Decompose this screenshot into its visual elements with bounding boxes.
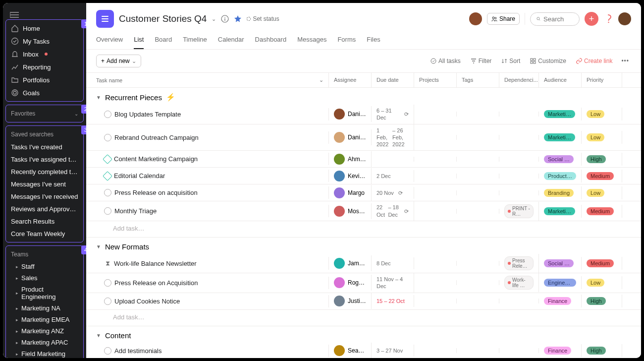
audience-cell[interactable]: Product… bbox=[539, 170, 582, 182]
projects-cell[interactable] bbox=[414, 348, 457, 353]
team-item[interactable]: Marketing EMEA bbox=[6, 314, 83, 325]
projects-cell[interactable] bbox=[414, 299, 457, 303]
task-row[interactable]: ⧗Work-life Balance NewsletterJamie Stap…… bbox=[86, 254, 641, 273]
global-add-button[interactable]: + bbox=[585, 12, 598, 26]
add-task-button[interactable]: Add task… bbox=[86, 310, 641, 326]
task-name-cell[interactable]: Monthly Triage bbox=[86, 205, 329, 217]
col-audience[interactable]: Audience bbox=[539, 73, 582, 87]
team-item[interactable]: Marketing NA bbox=[6, 302, 83, 314]
priority-cell[interactable]: Low bbox=[582, 108, 622, 120]
dependency-pill[interactable]: Press Rele… bbox=[504, 256, 534, 270]
dependencies-cell[interactable]: Work-life … bbox=[499, 273, 539, 292]
task-row[interactable]: Content Marketing CampaignAhmet AslanSoc… bbox=[86, 151, 641, 168]
due-date-cell[interactable]: 6 – 31 Dec⟳ bbox=[372, 105, 414, 124]
task-row[interactable]: Blog Updates TemplateDaniela Var…6 – 31 … bbox=[86, 105, 641, 124]
saved-search-item[interactable]: Tasks I've created bbox=[6, 141, 83, 153]
projects-cell[interactable] bbox=[414, 135, 457, 140]
saved-search-item[interactable]: Recently completed tasks bbox=[6, 166, 83, 178]
dependencies-cell[interactable] bbox=[499, 299, 539, 303]
nav-item-my-tasks[interactable]: My Tasks bbox=[6, 35, 83, 48]
create-link-button[interactable]: Create link bbox=[573, 56, 615, 66]
priority-cell[interactable]: Medium bbox=[582, 170, 622, 182]
due-date-cell[interactable]: 2 Dec bbox=[372, 170, 414, 182]
priority-cell[interactable]: Medium bbox=[582, 257, 622, 270]
dependencies-cell[interactable]: PRINT - R… bbox=[499, 202, 539, 221]
star-icon[interactable] bbox=[234, 15, 242, 23]
tags-cell[interactable] bbox=[457, 190, 499, 195]
tab-messages[interactable]: Messages bbox=[297, 33, 326, 49]
task-name-cell[interactable]: Blog Updates Template bbox=[86, 108, 329, 120]
task-row[interactable]: Press Release on acquisitionMargo20 Nov⟳… bbox=[86, 184, 641, 201]
due-date-cell[interactable]: 15 – 22 Oct bbox=[372, 295, 414, 307]
priority-cell[interactable]: Low bbox=[582, 186, 622, 199]
task-name-cell[interactable]: Rebrand Outreach Campaign bbox=[86, 131, 329, 144]
tab-timeline[interactable]: Timeline bbox=[183, 33, 207, 49]
tab-list[interactable]: List bbox=[134, 33, 144, 49]
dependencies-cell[interactable] bbox=[499, 112, 539, 117]
assignee-cell[interactable]: Sean Dem… bbox=[329, 343, 372, 358]
team-item[interactable]: Product Engineering bbox=[6, 284, 83, 302]
saved-search-item[interactable]: Messages I've received bbox=[6, 190, 83, 203]
tab-files[interactable]: Files bbox=[367, 33, 380, 49]
task-row[interactable]: Add testimonialsSean Dem…3 – 27 NovFinan… bbox=[86, 343, 641, 358]
priority-cell[interactable]: High bbox=[582, 153, 622, 166]
user-avatar[interactable] bbox=[618, 12, 631, 25]
help-icon[interactable] bbox=[603, 14, 613, 24]
team-item[interactable]: Marketing ANZ bbox=[6, 325, 83, 337]
audience-cell[interactable]: Finance bbox=[539, 344, 582, 357]
audience-cell[interactable]: Marketi… bbox=[539, 205, 582, 218]
add-task-button[interactable]: Add task… bbox=[86, 221, 641, 238]
col-task-name[interactable]: Task name⌄ bbox=[86, 73, 329, 87]
task-row[interactable]: Upload Cookies NoticeJustin Dean15 – 22 … bbox=[86, 293, 641, 310]
saved-search-item[interactable]: Core Team Weekly bbox=[6, 228, 83, 240]
task-row[interactable]: Editorial CalendarKevin New…2 DecProduct… bbox=[86, 168, 641, 184]
saved-search-item[interactable]: Tasks I've assigned to others bbox=[6, 153, 83, 166]
audience-cell[interactable]: Enginee… bbox=[539, 276, 582, 289]
complete-checkbox[interactable] bbox=[104, 189, 111, 196]
complete-checkbox[interactable] bbox=[103, 154, 112, 164]
col-priority[interactable]: Priority bbox=[582, 73, 622, 87]
tags-cell[interactable] bbox=[457, 261, 499, 266]
task-table[interactable]: Task name⌄ Assignee Due date Projects Ta… bbox=[86, 73, 641, 358]
dependencies-cell[interactable] bbox=[499, 190, 539, 195]
due-date-cell[interactable]: 3 – 27 Nov bbox=[372, 345, 414, 357]
task-row[interactable]: Rebrand Outreach CampaignDaniela Var…1 F… bbox=[86, 124, 641, 151]
tab-calendar[interactable]: Calendar bbox=[218, 33, 244, 49]
section-header[interactable]: ▼New Formats bbox=[86, 238, 641, 254]
assignee-cell[interactable]: Daniela Var… bbox=[329, 129, 372, 145]
projects-cell[interactable] bbox=[414, 261, 457, 266]
due-date-cell[interactable] bbox=[372, 157, 414, 162]
audience-cell[interactable]: Branding bbox=[539, 186, 582, 199]
audience-cell[interactable]: Finance bbox=[539, 295, 582, 307]
task-name-cell[interactable]: Editorial Calendar bbox=[86, 170, 329, 182]
share-button[interactable]: Share bbox=[487, 13, 520, 25]
saved-searches-header[interactable]: Saved searches bbox=[6, 128, 83, 141]
section-header[interactable]: ▼Content bbox=[86, 326, 641, 343]
favorites-header[interactable]: Favorites ⌄ bbox=[6, 107, 83, 120]
due-date-cell[interactable]: 11 Nov – 4 Dec bbox=[372, 273, 414, 293]
complete-checkbox[interactable] bbox=[103, 171, 112, 181]
task-row[interactable]: Press Release on AcquisitionRoger Ray…11… bbox=[86, 273, 641, 293]
saved-search-item[interactable]: Reviews and Approvals … bbox=[6, 203, 83, 215]
audience-cell[interactable]: Social … bbox=[539, 153, 582, 166]
priority-cell[interactable]: High bbox=[582, 295, 622, 307]
tab-forms[interactable]: Forms bbox=[337, 33, 356, 49]
nav-item-portfolios[interactable]: Portfolios bbox=[6, 73, 83, 86]
col-dependencies[interactable]: Dependenci... bbox=[499, 73, 539, 87]
task-name-cell[interactable]: ⧗Work-life Balance Newsletter bbox=[86, 257, 329, 270]
project-icon[interactable] bbox=[96, 10, 114, 28]
audience-cell[interactable]: Marketi… bbox=[539, 131, 582, 144]
customize-button[interactable]: Customize bbox=[527, 56, 569, 66]
section-header[interactable]: ▼Recurrent Pieces⚡ bbox=[86, 88, 641, 105]
due-date-cell[interactable]: 1 Feb, 2022– 26 Feb, 2022 bbox=[372, 124, 414, 151]
task-name-cell[interactable]: Upload Cookies Notice bbox=[86, 295, 329, 307]
due-date-cell[interactable]: 20 Nov⟳ bbox=[372, 187, 414, 199]
projects-cell[interactable] bbox=[414, 190, 457, 195]
tab-overview[interactable]: Overview bbox=[96, 33, 123, 49]
dependencies-cell[interactable]: Press Rele… bbox=[499, 254, 539, 273]
nav-item-inbox[interactable]: Inbox bbox=[6, 48, 83, 60]
all-tasks-button[interactable]: All tasks bbox=[428, 56, 464, 66]
search-input[interactable] bbox=[543, 15, 573, 23]
tags-cell[interactable] bbox=[457, 174, 499, 179]
col-assignee[interactable]: Assignee bbox=[329, 73, 372, 87]
